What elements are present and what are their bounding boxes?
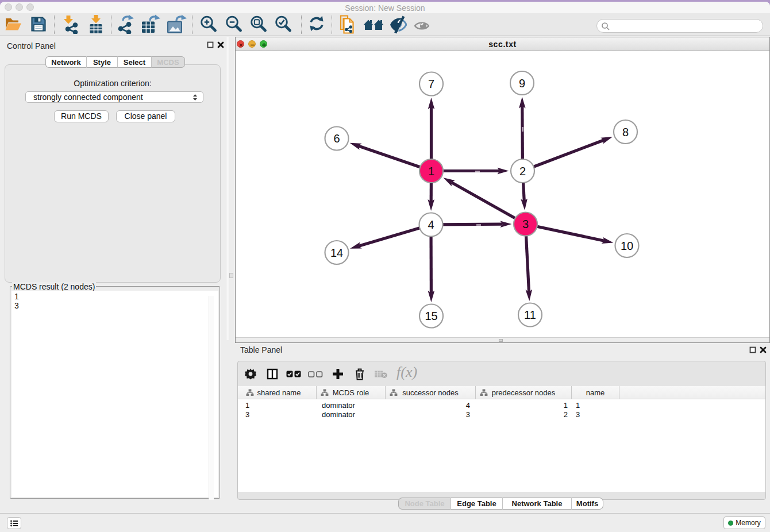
- svg-text:14: 14: [330, 246, 343, 259]
- svg-text:10: 10: [621, 240, 633, 252]
- svg-text:2: 2: [519, 165, 526, 178]
- svg-text:8: 8: [622, 126, 629, 138]
- svg-text:6: 6: [333, 132, 340, 145]
- svg-text:4: 4: [428, 218, 434, 231]
- svg-text:15: 15: [425, 310, 437, 322]
- svg-text:3: 3: [522, 218, 529, 230]
- svg-text:9: 9: [519, 77, 525, 90]
- svg-text:7: 7: [428, 78, 434, 90]
- svg-text:11: 11: [524, 309, 536, 321]
- svg-text:1: 1: [428, 165, 434, 178]
